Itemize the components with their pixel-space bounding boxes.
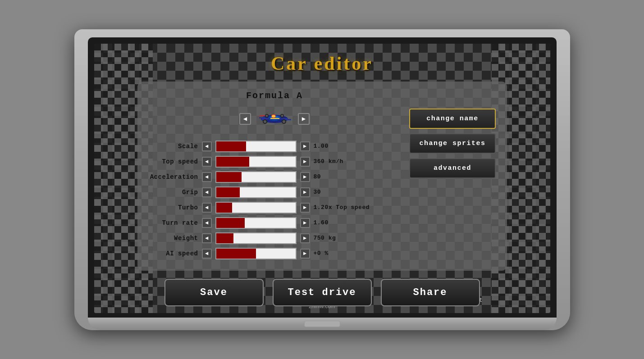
stat-row-7: AI speed ◀ ▶ +0 % (149, 248, 401, 259)
stat-label-0: Scale (149, 143, 198, 150)
stat-bar-5 (215, 217, 297, 229)
stat-bar-2 (215, 171, 297, 183)
stat-arrow-left-6[interactable]: ◀ (202, 233, 212, 243)
screen-bezel: Car editor Formula A ◀ (88, 37, 557, 318)
stat-arrow-left-4[interactable]: ◀ (202, 203, 212, 213)
stat-arrow-right-0[interactable]: ▶ (300, 141, 310, 151)
stat-value-7: +0 % (314, 250, 359, 257)
laptop-frame: Car editor Formula A ◀ (74, 29, 570, 330)
stat-row-5: Turn rate ◀ ▶ 1.60 (149, 217, 401, 229)
stat-arrow-left-0[interactable]: ◀ (202, 141, 212, 151)
stat-arrow-left-2[interactable]: ◀ (202, 172, 212, 182)
screen: Car editor Formula A ◀ (94, 44, 550, 313)
stat-row-0: Scale ◀ ▶ 1.00 (149, 141, 401, 152)
stat-value-0: 1.00 (314, 143, 359, 150)
svg-point-17 (265, 115, 268, 117)
car-name: Formula A (149, 91, 401, 101)
svg-point-4 (272, 115, 275, 118)
stat-label-6: Weight (149, 235, 198, 242)
svg-rect-9 (259, 115, 265, 116)
stat-arrow-left-5[interactable]: ◀ (202, 218, 212, 228)
stat-value-1: 360 km/h (314, 158, 359, 165)
car-prev-arrow[interactable]: ◀ (239, 113, 251, 125)
trackpad (304, 321, 340, 327)
stat-label-7: AI speed (149, 250, 198, 257)
sidebar-buttons: change name change sprites advanced (409, 91, 495, 259)
change-sprites-button[interactable]: change sprites (409, 133, 495, 154)
stat-bar-fill-6 (216, 233, 234, 243)
stat-bar-7 (215, 248, 297, 259)
stat-value-3: 30 (314, 189, 359, 195)
svg-point-15 (281, 115, 283, 117)
svg-point-13 (264, 120, 266, 123)
share-button[interactable]: Share (381, 279, 480, 306)
save-button[interactable]: Save (164, 279, 264, 306)
test-drive-button[interactable]: Test drive (273, 279, 372, 306)
stat-value-6: 750 kg (314, 235, 359, 241)
stat-label-3: Grip (149, 189, 198, 196)
car-preview: ◀ (149, 105, 401, 132)
car-image (257, 106, 292, 131)
bottom-bar: Save Test drive Share (137, 279, 507, 306)
stat-row-2: Acceleration ◀ ▶ 80 (149, 171, 401, 183)
advanced-button[interactable]: advanced (409, 158, 495, 178)
content-layer: Car editor Formula A ◀ (94, 44, 550, 313)
stat-arrow-right-6[interactable]: ▶ (300, 233, 310, 243)
stat-bar-0 (215, 141, 297, 152)
car-sprite (256, 105, 292, 132)
stat-bar-fill-0 (216, 141, 247, 151)
stat-row-1: Top speed ◀ ▶ 360 km/h (149, 156, 401, 168)
stat-arrow-right-4[interactable]: ▶ (300, 203, 310, 213)
change-name-button[interactable]: change name (409, 109, 495, 129)
stat-value-4: 1.20x Top speed (314, 204, 370, 211)
stat-label-4: Turbo (149, 204, 198, 211)
stat-arrow-left-1[interactable]: ◀ (202, 157, 212, 167)
stat-row-6: Weight ◀ ▶ 750 kg (149, 232, 401, 244)
svg-rect-8 (259, 117, 265, 118)
stat-value-2: 80 (314, 173, 359, 180)
stat-bar-4 (215, 202, 297, 214)
svg-rect-18 (270, 118, 279, 119)
stat-bar-fill-5 (216, 218, 245, 228)
stat-bar-fill-2 (216, 172, 242, 182)
main-content: Formula A ◀ (149, 91, 401, 259)
stat-arrow-left-7[interactable]: ◀ (202, 249, 212, 259)
stat-label-2: Acceleration (149, 173, 198, 181)
stat-bar-fill-4 (216, 203, 232, 213)
laptop-bottom (88, 318, 557, 330)
stats-list: Scale ◀ ▶ 1.00 Top speed ◀ ▶ 360 km/h Ac… (149, 141, 401, 259)
svg-point-11 (283, 120, 285, 123)
stat-arrow-right-5[interactable]: ▶ (300, 218, 310, 228)
stat-label-1: Top speed (149, 158, 198, 165)
stat-label-5: Turn rate (149, 219, 198, 227)
stat-arrow-left-3[interactable]: ◀ (202, 187, 212, 197)
stat-row-4: Turbo ◀ ▶ 1.20x Top speed (149, 202, 401, 214)
stat-bar-fill-7 (216, 249, 256, 259)
car-next-arrow[interactable]: ▶ (298, 113, 310, 125)
stat-arrow-right-7[interactable]: ▶ (300, 249, 310, 259)
editor-panel: Formula A ◀ (137, 82, 507, 271)
stat-arrow-right-1[interactable]: ▶ (300, 157, 310, 167)
game-background: Car editor Formula A ◀ (94, 44, 550, 313)
stat-bar-3 (215, 186, 297, 198)
stat-bar-fill-3 (216, 187, 240, 197)
page-title: Car editor (271, 53, 373, 74)
stat-bar-6 (215, 232, 297, 244)
stat-value-5: 1.60 (314, 219, 359, 226)
stat-arrow-right-2[interactable]: ▶ (300, 172, 310, 182)
stat-arrow-right-3[interactable]: ▶ (300, 187, 310, 197)
stat-row-3: Grip ◀ ▶ 30 (149, 186, 401, 198)
stat-bar-fill-1 (216, 157, 250, 167)
stat-bar-1 (215, 156, 297, 168)
